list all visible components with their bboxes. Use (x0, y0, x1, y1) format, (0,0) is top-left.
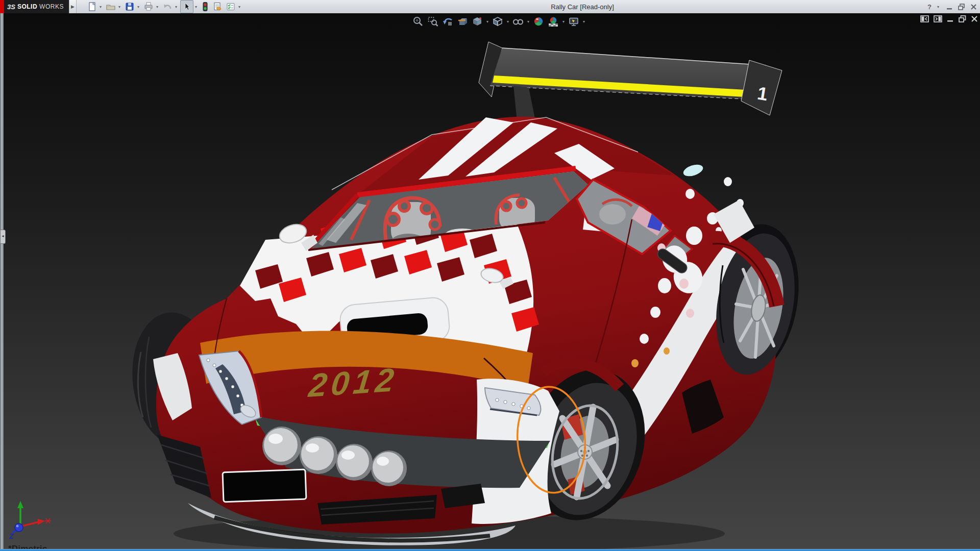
print-icon (143, 2, 154, 12)
select-button[interactable] (180, 0, 193, 13)
new-dropdown[interactable]: ▾ (100, 5, 102, 9)
rear-wing: 1 (479, 42, 782, 129)
edit-appearance-button[interactable] (532, 15, 545, 28)
hood-year-text: 2012 (307, 361, 400, 404)
document-restore-button[interactable] (959, 15, 966, 22)
file-properties-button[interactable] (211, 1, 224, 13)
document-minimize-button[interactable] (947, 15, 954, 22)
apply-scene-dropdown[interactable]: ▾ (562, 19, 565, 24)
undo-dropdown[interactable]: ▾ (175, 5, 177, 9)
section-view-button[interactable] (456, 15, 469, 28)
help-dropdown[interactable]: ▾ (937, 5, 939, 9)
document-close-icon (971, 15, 978, 22)
save-button[interactable] (124, 1, 136, 13)
options-button[interactable] (225, 1, 237, 13)
panel-splitter[interactable] (0, 13, 4, 551)
select-dropdown[interactable]: ▾ (195, 5, 197, 9)
triad-z-label: Z (9, 532, 14, 540)
open-dropdown[interactable]: ▾ (118, 5, 120, 9)
brand-text-solid: SOLID (17, 3, 37, 10)
brand-text-works: WORKS (39, 3, 64, 10)
print-button[interactable] (142, 1, 155, 13)
main-toolbar: ▾ ▾ ▾ ▾ ▾ (86, 0, 242, 13)
zoom-to-fit-button[interactable] (411, 15, 425, 28)
save-dropdown[interactable]: ▾ (137, 5, 139, 9)
edit-appearance-icon (533, 16, 544, 27)
options-checklist-icon (226, 2, 236, 12)
rebuild-traffic-light-icon (201, 2, 209, 12)
solidworks-logo: 3S SOLIDWORKS ▶ (0, 0, 77, 13)
restore-button[interactable] (958, 4, 965, 10)
orientation-triad: Z (9, 501, 51, 540)
3d-model-rally-car[interactable]: 1 (0, 13, 980, 551)
title-bar: 3S SOLIDWORKS ▶ ▾ ▾ ▾ (0, 0, 980, 14)
window-bottom-edge (0, 549, 980, 551)
view-orientation-icon (472, 16, 483, 27)
apply-scene-button[interactable] (547, 15, 560, 28)
toggle-left-pane-icon (920, 15, 929, 22)
file-properties-icon (212, 2, 223, 12)
minimize-button[interactable] (946, 4, 953, 10)
display-style-icon (492, 16, 503, 27)
toggle-right-pane-button[interactable] (934, 15, 942, 22)
toggle-left-pane-button[interactable] (920, 15, 929, 22)
dassault-3ds-icon: 3S (7, 3, 15, 11)
hide-show-items-icon (512, 16, 524, 27)
new-button[interactable] (86, 1, 98, 13)
triad-y-axis (17, 501, 23, 508)
previous-view-button[interactable] (441, 15, 454, 28)
help-button[interactable]: ? (927, 3, 932, 11)
hide-show-items-button[interactable] (511, 15, 525, 28)
menu-expand-arrow[interactable]: ▶ (69, 0, 77, 13)
pillar-highlight (682, 162, 704, 178)
print-dropdown[interactable]: ▾ (156, 5, 158, 9)
document-restore-icon (959, 15, 966, 22)
options-dropdown[interactable]: ▾ (238, 5, 240, 9)
window-controls: ? ▾ (927, 0, 977, 13)
view-settings-dropdown[interactable]: ▾ (583, 19, 585, 24)
view-settings-icon (568, 16, 579, 27)
minimize-icon (946, 4, 953, 10)
open-button[interactable] (105, 1, 117, 13)
view-orientation-button[interactable] (471, 15, 484, 28)
restore-icon (958, 4, 965, 10)
view-orientation-dropdown[interactable]: ▾ (486, 19, 488, 24)
apply-scene-icon (548, 16, 559, 27)
toggle-right-pane-icon (934, 15, 942, 22)
window-title: Rally Car [Read-only] (551, 3, 614, 11)
section-view-icon (457, 16, 468, 27)
select-cursor-icon (182, 2, 192, 12)
previous-view-icon (442, 16, 453, 27)
zoom-to-area-button[interactable] (426, 15, 439, 28)
document-minimize-icon (947, 15, 954, 22)
triad-x-axis (38, 519, 45, 525)
undo-button[interactable] (161, 1, 174, 13)
undo-icon (162, 2, 173, 12)
heads-up-view-toolbar: ▾ ▾ ▾ (411, 15, 586, 28)
close-button[interactable] (970, 4, 977, 10)
graphics-area[interactable]: 1 (0, 13, 980, 551)
new-document-icon (87, 2, 97, 12)
document-close-button[interactable] (971, 15, 978, 22)
rebuild-button[interactable] (200, 1, 210, 13)
brand-red-stripe (0, 0, 4, 13)
document-window-controls (920, 15, 978, 22)
hide-show-items-dropdown[interactable]: ▾ (527, 19, 529, 24)
zoom-to-area-icon (427, 16, 438, 27)
panel-expand-tab[interactable]: ◂ (0, 230, 6, 244)
display-style-dropdown[interactable]: ▾ (507, 19, 509, 24)
zoom-to-fit-icon (412, 16, 424, 27)
license-plate (223, 469, 306, 502)
display-style-button[interactable] (491, 15, 504, 28)
open-folder-icon (106, 2, 116, 12)
save-floppy-icon (125, 2, 135, 12)
close-icon (970, 4, 977, 10)
view-settings-button[interactable] (567, 15, 580, 28)
svg-text:2012: 2012 (307, 361, 400, 404)
